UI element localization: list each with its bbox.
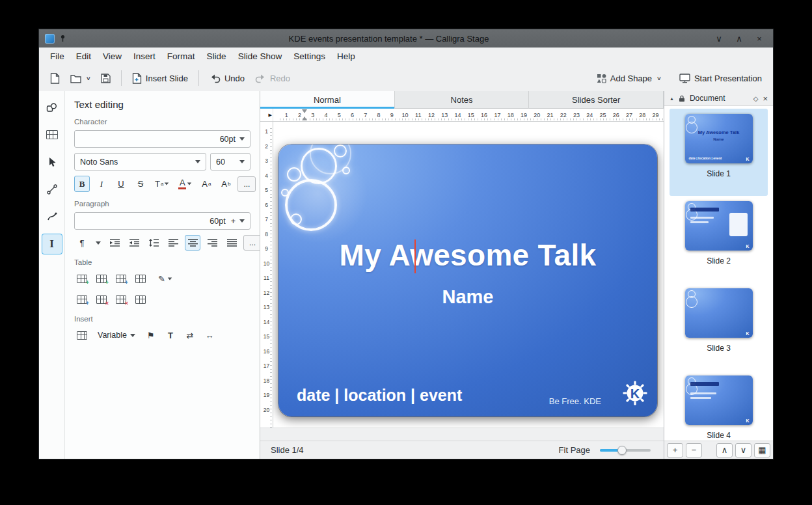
- character-style-combobox[interactable]: 60pt: [74, 130, 250, 148]
- swap-direction-button[interactable]: ⇄: [182, 327, 198, 343]
- undo-button[interactable]: Undo: [205, 70, 249, 87]
- slide-thumbnail-item[interactable]: K Slide 3: [670, 283, 768, 370]
- subscript-button[interactable]: Ab: [218, 176, 234, 192]
- save-button[interactable]: [96, 70, 115, 87]
- horizontal-ruler[interactable]: 1234567891011121314151617181920212223242…: [273, 109, 664, 121]
- increase-indent-button[interactable]: [107, 235, 122, 251]
- menu-item[interactable]: Settings: [288, 49, 331, 64]
- delete-row-button[interactable]: ×: [94, 292, 109, 307]
- start-presentation-button[interactable]: Start Presentation: [675, 70, 766, 87]
- dock-detach-icon[interactable]: ◇: [753, 95, 759, 102]
- minimize-button[interactable]: ∨: [711, 34, 727, 44]
- superscript-button[interactable]: Aa: [198, 176, 214, 192]
- change-case-button[interactable]: Ta: [152, 176, 172, 192]
- titlebar[interactable]: KDE events presentation template * — Cal…: [39, 29, 773, 48]
- slide-1-thumbnail[interactable]: My Awesome Talk Name date | location | e…: [685, 114, 753, 163]
- italic-button[interactable]: I: [94, 176, 109, 192]
- insert-text-button[interactable]: T: [163, 327, 178, 343]
- text-direction-button[interactable]: ¶: [74, 235, 90, 251]
- align-center-button[interactable]: [185, 235, 200, 251]
- tab-normal[interactable]: Normal: [260, 91, 395, 109]
- slide-subtitle-textbox[interactable]: Name: [278, 286, 657, 308]
- zoom-slider-handle[interactable]: [617, 446, 627, 455]
- frame-tool-button[interactable]: [42, 125, 62, 144]
- dock-lock-icon[interactable]: [679, 95, 685, 102]
- menu-item[interactable]: File: [44, 49, 70, 64]
- menu-item[interactable]: View: [97, 49, 128, 64]
- slide-thumbnail-item[interactable]: K Slide 2: [670, 196, 768, 283]
- insert-row-below-button[interactable]: +: [113, 271, 129, 286]
- maximize-button[interactable]: ∧: [731, 34, 747, 44]
- menu-item[interactable]: Slide Show: [232, 49, 288, 64]
- pin-icon[interactable]: [59, 34, 66, 42]
- slide-footer-textbox[interactable]: date | location | event: [297, 386, 462, 405]
- character-more-button[interactable]: ...: [237, 176, 256, 192]
- font-size-spinbox[interactable]: 60: [210, 153, 250, 171]
- table-border-pen-button[interactable]: ✎: [157, 271, 173, 286]
- selection-tool-button[interactable]: [42, 152, 62, 172]
- indent-marker-bottom[interactable]: [302, 116, 307, 120]
- insert-table-button[interactable]: +: [74, 271, 90, 286]
- line-spacing-button[interactable]: [146, 235, 161, 251]
- tab-notes[interactable]: Notes: [395, 91, 530, 109]
- insert-text-frame-button[interactable]: [74, 327, 90, 343]
- menu-item[interactable]: Help: [331, 49, 361, 64]
- insert-bookmark-button[interactable]: ⚑: [143, 327, 159, 343]
- open-dropdown-icon[interactable]: ∨: [86, 75, 91, 81]
- connector-tool-button[interactable]: [42, 180, 62, 199]
- open-document-button[interactable]: ∨: [66, 70, 95, 87]
- slide-editor[interactable]: My Awesome Talk Name date | location | e…: [278, 144, 657, 416]
- dock-float-icon[interactable]: ▲: [670, 96, 674, 101]
- slide-4-thumbnail[interactable]: K: [685, 375, 753, 425]
- text-tool-button[interactable]: I: [42, 234, 62, 254]
- slide-thumbnail-item[interactable]: My Awesome Talk Name date | location | e…: [670, 109, 768, 196]
- align-right-button[interactable]: [204, 235, 220, 251]
- underline-button[interactable]: U: [113, 176, 129, 192]
- text-color-button[interactable]: A: [176, 176, 195, 192]
- move-slide-up-button[interactable]: ∧: [716, 443, 733, 457]
- strikethrough-button[interactable]: S: [133, 176, 148, 192]
- freehand-path-tool-button[interactable]: [42, 207, 62, 226]
- slide-3-thumbnail[interactable]: K: [685, 288, 753, 338]
- tab-slides-sorter[interactable]: Slides Sorter: [529, 91, 664, 109]
- slide-2-thumbnail[interactable]: K: [685, 201, 753, 251]
- insert-column-button[interactable]: [133, 271, 148, 286]
- indent-marker-top[interactable]: [302, 109, 307, 113]
- decrease-indent-button[interactable]: [126, 235, 142, 251]
- delete-slide-button[interactable]: −: [686, 443, 702, 457]
- add-slide-button[interactable]: +: [667, 443, 683, 457]
- font-family-combobox[interactable]: Noto Sans: [74, 153, 206, 171]
- vertical-ruler[interactable]: 1234567891011121314151617181920: [260, 122, 273, 428]
- delete-column-button[interactable]: ×: [113, 292, 129, 307]
- auto-resize-button[interactable]: ↔: [202, 327, 217, 343]
- merge-cells-button[interactable]: [133, 292, 148, 307]
- align-left-button[interactable]: [165, 235, 181, 251]
- align-justify-button[interactable]: [224, 235, 239, 251]
- insert-row-above-button[interactable]: +: [94, 271, 109, 286]
- menu-item[interactable]: Edit: [70, 49, 97, 64]
- paragraph-plus-button[interactable]: +: [231, 217, 239, 226]
- bold-button[interactable]: B: [74, 176, 90, 192]
- paragraph-spacing-combobox[interactable]: 60pt +: [74, 212, 250, 230]
- split-cells-button[interactable]: +: [74, 292, 90, 307]
- shape-handling-tool-button[interactable]: [42, 98, 62, 117]
- paragraph-more-button[interactable]: ...: [243, 235, 260, 251]
- zoom-mode-label[interactable]: Fit Page: [559, 445, 590, 455]
- close-button[interactable]: ×: [751, 34, 767, 44]
- menu-item[interactable]: Slide: [201, 49, 232, 64]
- slide-canvas[interactable]: My Awesome Talk Name date | location | e…: [273, 122, 664, 428]
- dock-close-icon[interactable]: ×: [763, 94, 768, 103]
- menu-item[interactable]: Insert: [128, 49, 161, 64]
- slide-thumbnail-item[interactable]: K Slide 4: [670, 370, 768, 441]
- redo-button[interactable]: Redo: [250, 70, 295, 87]
- zoom-slider[interactable]: [600, 449, 651, 452]
- direction-dropdown-button[interactable]: [94, 235, 103, 251]
- insert-variable-dropdown[interactable]: Variable: [94, 329, 139, 342]
- insert-slide-button[interactable]: Insert Slide: [128, 69, 193, 88]
- add-shape-button[interactable]: Add Shape ∨: [592, 70, 666, 87]
- view-mode-button[interactable]: ▦: [754, 443, 770, 457]
- menu-item[interactable]: Format: [161, 49, 201, 64]
- slide-title-textbox[interactable]: My Awesome Talk: [278, 238, 657, 273]
- new-document-button[interactable]: [46, 69, 64, 88]
- move-slide-down-button[interactable]: ∨: [735, 443, 751, 457]
